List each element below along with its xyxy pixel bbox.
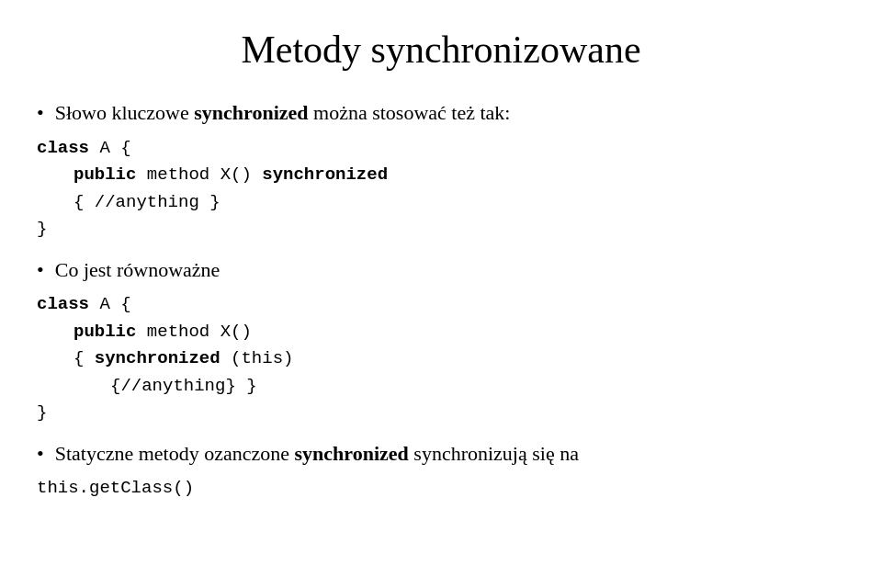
code-line: } xyxy=(37,216,845,243)
code-block-3: this.getClass() xyxy=(37,475,845,502)
slide-container: Metody synchronizowane • Słowo kluczowe … xyxy=(0,0,882,588)
bullet-item-1: • Słowo kluczowe synchronized można stos… xyxy=(37,99,845,128)
slide-title: Metody synchronizowane xyxy=(37,28,845,72)
code-line: class A { xyxy=(37,291,845,318)
code-block-1: class A { public method X() synchronized… xyxy=(37,135,845,243)
bullet-text-1: Słowo kluczowe synchronized można stosow… xyxy=(55,99,511,128)
code-line: { //anything } xyxy=(37,189,845,216)
code-line: public method X() synchronized xyxy=(37,162,845,188)
section-1: • Słowo kluczowe synchronized można stos… xyxy=(37,99,845,243)
bullet-item-3: • Statyczne metody ozanczone synchronize… xyxy=(37,440,845,469)
section-2: • Co jest równoważne class A { public me… xyxy=(37,256,845,427)
code-line: public method X() xyxy=(37,319,845,345)
bullet-dot-1: • xyxy=(37,101,44,125)
section-3: • Statyczne metody ozanczone synchronize… xyxy=(37,440,845,503)
code-line: this.getClass() xyxy=(37,475,845,502)
code-line: { synchronized (this) xyxy=(37,345,845,372)
code-line: {//anything} } xyxy=(37,373,845,400)
code-line: } xyxy=(37,400,845,426)
bullet-dot-2: • xyxy=(37,258,44,282)
bullet-item-2: • Co jest równoważne xyxy=(37,256,845,285)
bullet-text-2: Co jest równoważne xyxy=(55,256,220,285)
code-line: class A { xyxy=(37,135,845,162)
bullet-text-3: Statyczne metody ozanczone synchronized … xyxy=(55,440,579,469)
code-block-2: class A { public method X() { synchroniz… xyxy=(37,291,845,426)
bullet-dot-3: • xyxy=(37,442,44,466)
